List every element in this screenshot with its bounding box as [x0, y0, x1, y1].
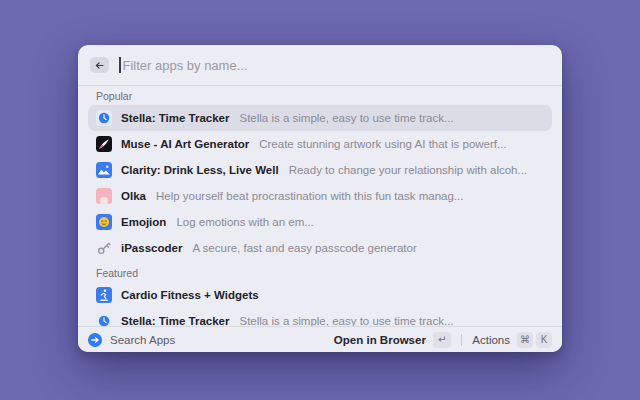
- app-title: Cardio Fitness + Widgets: [121, 289, 259, 301]
- app-row[interactable]: iPasscoderA secure, fast and easy passco…: [88, 235, 552, 261]
- section-label: Featured: [96, 267, 544, 279]
- app-title: iPasscoder: [121, 242, 182, 254]
- search-apps-logo-icon: [88, 333, 102, 347]
- app-subtitle: Stella is a simple, easy to use time tra…: [239, 112, 453, 124]
- desktop-background: PopularStella: Time TrackerStella is a s…: [0, 0, 640, 400]
- app-subtitle: Ready to change your relationship with a…: [289, 164, 527, 176]
- return-key-badge: ↵: [433, 332, 451, 348]
- app-title: Olka: [121, 190, 146, 202]
- app-row[interactable]: OlkaHelp yourself beat procrastination w…: [88, 183, 552, 209]
- footer-app-label: Search Apps: [110, 334, 175, 346]
- app-search-window: PopularStella: Time TrackerStella is a s…: [78, 45, 562, 352]
- footer-bar: Search Apps Open in Browser ↵ Actions ⌘ …: [78, 326, 562, 352]
- back-button[interactable]: [90, 57, 109, 73]
- app-row[interactable]: Stella: Time TrackerStella is a simple, …: [88, 105, 552, 131]
- stella-app-icon: [96, 313, 112, 326]
- app-row[interactable]: Muse - AI Art GeneratorCreate stunning a…: [88, 131, 552, 157]
- actions-button[interactable]: Actions: [472, 334, 510, 346]
- app-row[interactable]: Cardio Fitness + Widgets: [88, 282, 552, 308]
- search-bar: [78, 45, 562, 85]
- app-title: Stella: Time Tracker: [121, 112, 229, 124]
- section-label: Popular: [96, 90, 544, 102]
- app-title: Clarity: Drink Less, Live Well: [121, 164, 279, 176]
- app-row[interactable]: EmojionLog emotions with an em...: [88, 209, 552, 235]
- k-key-badge: K: [536, 332, 552, 348]
- app-subtitle: A secure, fast and easy passcode generat…: [192, 242, 416, 254]
- app-subtitle: Help yourself beat procrastination with …: [156, 190, 463, 202]
- app-subtitle: Log emotions with an em...: [176, 216, 313, 228]
- clarity-app-icon: [96, 162, 112, 178]
- olka-app-icon: [96, 188, 112, 204]
- app-title: Emojion: [121, 216, 166, 228]
- muse-app-icon: [96, 136, 112, 152]
- app-title: Muse - AI Art Generator: [121, 138, 249, 150]
- app-subtitle: Create stunning artwork using AI that is…: [259, 138, 506, 150]
- back-arrow-icon: [94, 60, 105, 71]
- stella-app-icon: [96, 110, 112, 126]
- app-subtitle: Stella is a simple, easy to use time tra…: [239, 315, 453, 326]
- app-row[interactable]: Stella: Time TrackerStella is a simple, …: [88, 308, 552, 326]
- app-row[interactable]: Clarity: Drink Less, Live WellReady to c…: [88, 157, 552, 183]
- emojion-app-icon: [96, 214, 112, 230]
- app-title: Stella: Time Tracker: [121, 315, 229, 326]
- search-input[interactable]: [123, 58, 551, 73]
- footer-divider: [461, 334, 462, 346]
- command-key-badge: ⌘: [517, 332, 533, 348]
- app-results-list: PopularStella: Time TrackerStella is a s…: [78, 86, 562, 326]
- ipasscoder-app-icon: [96, 240, 112, 256]
- open-in-browser-button[interactable]: Open in Browser: [334, 334, 426, 346]
- text-caret: [119, 57, 121, 73]
- cardio-app-icon: [96, 287, 112, 303]
